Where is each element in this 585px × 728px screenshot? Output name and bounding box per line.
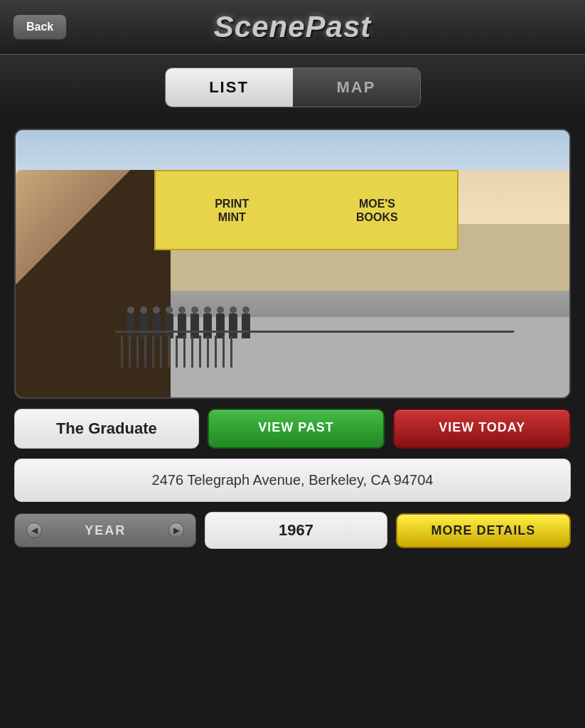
film-title-box: The Graduate <box>14 409 199 449</box>
pedestrians <box>127 280 514 339</box>
more-details-button[interactable]: MORE DETAILS <box>396 513 571 548</box>
view-today-button[interactable]: VIEW TODAY <box>393 409 571 449</box>
header: Back ScenePast <box>0 0 585 55</box>
tab-list[interactable]: LIST <box>166 68 293 107</box>
film-scene: PRINTMINT MOE'SBOOKS <box>16 130 569 397</box>
store-front: PRINTMINT MOE'SBOOKS <box>154 170 458 250</box>
fence <box>115 331 514 370</box>
year-decrement-button[interactable]: ◀ <box>26 523 42 538</box>
store-left-text: PRINTMINT <box>215 197 249 224</box>
year-label: YEAR <box>48 523 163 538</box>
store-right-text: MOE'SBOOKS <box>356 197 398 224</box>
address-box: 2476 Telegraph Avenue, Berkeley, CA 9470… <box>14 459 571 502</box>
app-title: ScenePast <box>214 10 371 44</box>
view-past-button[interactable]: VIEW PAST <box>208 409 385 449</box>
tab-group: LIST MAP <box>165 68 421 107</box>
year-value-box: 1967 <box>205 512 387 549</box>
tab-map[interactable]: MAP <box>293 68 420 107</box>
main-content: PRINTMINT MOE'SBOOKS <box>0 117 585 728</box>
year-control: ◀ YEAR ▶ <box>14 513 196 547</box>
year-increment-button[interactable]: ▶ <box>168 523 184 538</box>
film-frame: PRINTMINT MOE'SBOOKS <box>14 129 571 399</box>
tab-bar: LIST MAP <box>0 55 585 117</box>
info-row: The Graduate VIEW PAST VIEW TODAY <box>14 409 571 449</box>
back-button[interactable]: Back <box>13 14 67 40</box>
year-row: ◀ YEAR ▶ 1967 MORE DETAILS <box>14 512 571 549</box>
